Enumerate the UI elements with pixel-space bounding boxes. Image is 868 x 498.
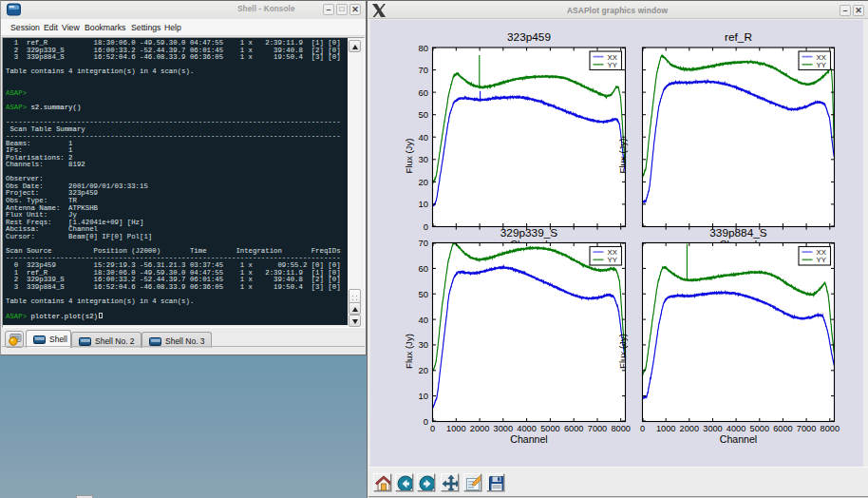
svg-text:YY: YY: [817, 256, 827, 264]
svg-text:20: 20: [419, 365, 428, 375]
svg-text:40: 40: [419, 315, 428, 325]
svg-text:0: 0: [424, 221, 428, 232]
svg-text:1000: 1000: [446, 424, 465, 433]
svg-text:8000: 8000: [611, 424, 630, 433]
svg-text:Flux (Jy): Flux (Jy): [404, 334, 414, 369]
svg-text:7000: 7000: [797, 424, 816, 433]
svg-text:2000: 2000: [470, 424, 489, 433]
svg-text:80: 80: [419, 43, 428, 53]
svg-text:Flux (Jy): Flux (Jy): [617, 139, 628, 174]
svg-text:0: 0: [430, 424, 435, 433]
svg-text:7000: 7000: [588, 424, 607, 433]
svg-text:50: 50: [419, 109, 428, 120]
svg-text:70: 70: [419, 65, 428, 75]
svg-text:50: 50: [419, 289, 428, 299]
svg-text:YY: YY: [608, 256, 618, 264]
svg-text:60: 60: [419, 87, 428, 98]
svg-text:2000: 2000: [680, 424, 699, 433]
svg-text:Channel: Channel: [720, 433, 757, 445]
svg-text:329p339_S: 329p339_S: [500, 226, 557, 239]
svg-text:YY: YY: [608, 61, 618, 69]
svg-text:30: 30: [419, 339, 428, 350]
svg-text:339p884_S: 339p884_S: [709, 226, 766, 239]
svg-text:ref_R: ref_R: [725, 30, 752, 44]
svg-text:10: 10: [419, 391, 428, 401]
svg-text:30: 30: [419, 154, 428, 164]
svg-text:6000: 6000: [564, 424, 583, 433]
svg-text:40: 40: [419, 132, 428, 143]
svg-text:0: 0: [424, 416, 428, 427]
svg-text:8000: 8000: [821, 424, 840, 433]
svg-text:YY: YY: [817, 61, 827, 69]
svg-text:1000: 1000: [656, 424, 675, 433]
svg-text:20: 20: [419, 177, 428, 187]
svg-text:0: 0: [640, 424, 645, 433]
svg-text:Channel: Channel: [510, 433, 547, 445]
svg-text:70: 70: [419, 238, 428, 248]
svg-text:10: 10: [419, 199, 428, 209]
svg-text:323p459: 323p459: [507, 30, 551, 44]
svg-text:Flux (Jy): Flux (Jy): [617, 334, 628, 369]
svg-text:Flux (Jy): Flux (Jy): [404, 139, 414, 174]
svg-text:60: 60: [419, 263, 428, 274]
svg-text:6000: 6000: [773, 424, 792, 433]
